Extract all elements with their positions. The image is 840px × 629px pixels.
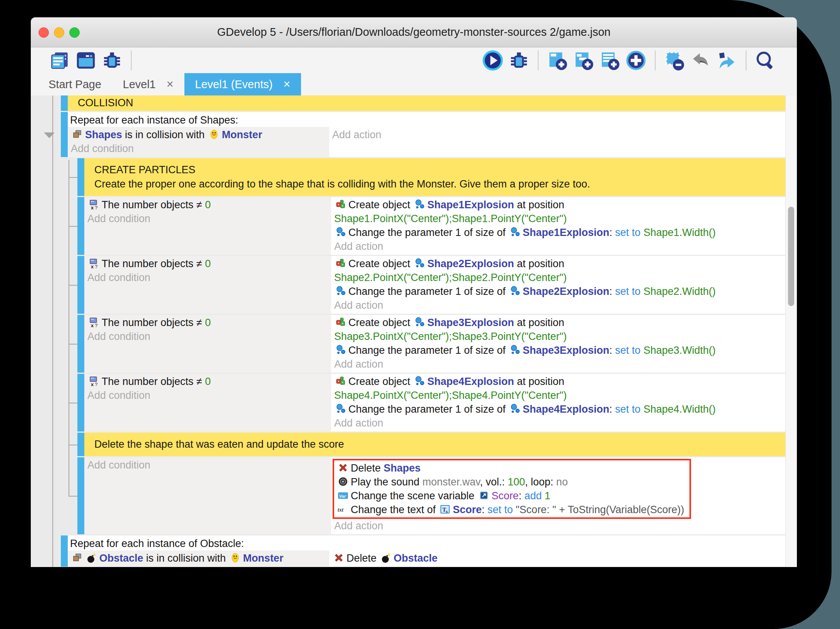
actions-cell[interactable]: Delete ShapesPlay the sound monster.wav,… [331,457,785,534]
comment-text: Create the proper one according to the s… [94,177,781,191]
comment-body[interactable]: COLLISION [68,95,785,111]
undo-icon[interactable] [690,50,711,71]
event-row: x?The number objects ≠ 0Add conditionCre… [77,197,785,255]
variable-field-icon [478,490,490,501]
tab-level1[interactable]: Level1× [112,73,184,95]
action[interactable]: Play the sound monster.wav, vol.: 100, l… [336,475,684,489]
event-cells: x?The number objects ≠ 0Add conditionCre… [84,256,785,314]
condition[interactable]: x?The number objects ≠ 0 [87,257,331,271]
comment-title: CREATE PARTICLES [94,163,781,177]
redo-icon[interactable] [716,50,737,71]
scrollbar-track[interactable] [785,95,797,567]
object-count-icon: x? [88,375,100,387]
add-action-button[interactable]: Add action [332,128,785,142]
delete-selection-icon[interactable] [664,50,685,71]
project-manager-icon[interactable] [49,50,70,71]
text-muted: monster.wav [422,476,480,488]
add-circle-icon[interactable] [626,50,646,71]
action[interactable]: Change the parameter 1 of size of Shape4… [334,402,785,416]
add-condition-button[interactable]: Add condition [71,142,329,156]
action[interactable]: Create object Shape3Explosion at positio… [334,316,785,343]
action[interactable]: Change the parameter 1 of size of Shape2… [334,284,785,298]
conditions-cell[interactable]: Obstacle is in collision with Monster [68,550,329,567]
event-row: Repeat for each instance of Shapes:Shape… [61,112,785,157]
action[interactable]: Create object Shape2Explosion at positio… [334,257,785,284]
condition[interactable]: Shapes is in collision with Monster [71,128,329,142]
condition[interactable]: Obstacle is in collision with Monster [71,551,329,565]
particle-icon [509,344,521,356]
add-condition-button[interactable]: Add condition [87,330,331,343]
text-plain: is in collision with [143,552,229,564]
add-comment-icon[interactable] [599,50,620,71]
close-button[interactable] [38,27,49,38]
action[interactable]: txtChange the text of TxScore: set to "S… [336,503,684,517]
actions-cell[interactable]: Delete Obstacle [329,550,785,567]
text-plain: , loop: [525,476,556,488]
zoom-button[interactable] [69,27,80,38]
search-icon[interactable] [755,50,776,71]
action[interactable]: Create object Shape1Explosion at positio… [334,198,785,226]
add-action-button[interactable]: Add action [334,298,785,312]
condition[interactable]: x?The number objects ≠ 0 [87,316,331,330]
actions-cell[interactable]: Create object Shape3Explosion at positio… [331,315,785,373]
comment-body[interactable]: CREATE PARTICLESCreate the proper one ac… [84,158,785,196]
scene-editor-icon[interactable] [75,50,96,71]
add-condition-button[interactable]: Add condition [87,388,331,402]
event-main: Repeat for each instance of Obstacle:Obs… [68,535,785,567]
add-action-button[interactable]: Add action [334,357,785,371]
conditions-cell[interactable]: Shapes is in collision with MonsterAdd c… [68,127,329,157]
conditions-cell[interactable]: Add condition [84,457,331,534]
window-controls [38,27,80,38]
add-action-button[interactable]: Add action [334,416,785,430]
actions-cell[interactable]: Create object Shape1Explosion at positio… [331,197,785,255]
text-plain: The number objects ≠ [102,317,205,328]
add-action-button[interactable]: Add action [334,519,785,533]
scrollbar-thumb[interactable] [788,207,794,306]
conditions-cell[interactable]: x?The number objects ≠ 0Add condition [84,374,331,432]
action[interactable]: Create object Shape4Explosion at positio… [334,375,785,402]
object-count-icon: x? [88,258,100,269]
action[interactable]: Change the parameter 1 of size of Shape1… [334,226,785,239]
conditions-cell[interactable]: x?The number objects ≠ 0Add condition [84,315,331,373]
comment-row: COLLISION [61,95,785,111]
tab-close-icon[interactable]: × [283,77,290,91]
actions-cell[interactable]: Add action [329,127,785,157]
gdevelop-window: GDevelop 5 - /Users/florian/Downloads/ge… [31,17,797,567]
event-indent-bar [77,197,84,255]
svg-text:?: ? [95,264,98,269]
actions-cell[interactable]: Create object Shape4Explosion at positio… [331,374,785,432]
action[interactable]: Delete Shapes [336,461,684,475]
text-obj: Shape3Explosion [523,345,609,356]
create-object-icon [335,375,346,387]
tab-close-icon[interactable]: × [167,77,174,91]
minimize-button[interactable] [54,27,64,38]
add-condition-button[interactable]: Add condition [87,271,331,284]
debug-icon[interactable] [509,50,529,71]
condition[interactable]: x?The number objects ≠ 0 [87,375,331,388]
text-plain: : [519,490,524,502]
text-expr: 1 [542,490,551,502]
action[interactable]: Delete Obstacle [332,551,785,565]
action[interactable]: Change the parameter 1 of size of Shape3… [334,343,785,357]
conditions-cell[interactable]: x?The number objects ≠ 0Add condition [84,197,331,255]
comment-title: COLLISION [78,96,781,110]
action[interactable]: VarChange the scene variable Score: add … [336,489,684,503]
conditions-cell[interactable]: x?The number objects ≠ 0Add condition [84,256,331,314]
add-action-button[interactable]: Add action [334,239,785,253]
comment-body[interactable]: Delete the shape that was eaten and upda… [84,433,785,456]
tab-bar: Start PageLevel1×Level1 (Events)× [31,73,797,95]
event-repeat-header: Repeat for each instance of Obstacle: [68,535,785,550]
add-subevent-icon[interactable] [573,50,594,71]
tab-start-page[interactable]: Start Page [38,73,112,95]
actions-cell[interactable]: Create object Shape2Explosion at positio… [331,256,785,314]
condition[interactable]: x?The number objects ≠ 0 [87,198,331,212]
svg-text:Var: Var [339,494,346,499]
debug-icon[interactable] [102,50,122,71]
add-event-icon[interactable] [547,50,568,71]
add-condition-button[interactable]: Add condition [87,458,331,472]
tab-level1-events[interactable]: Level1 (Events)× [184,73,301,95]
text-plain: Create object [348,317,413,328]
add-condition-button[interactable]: Add condition [87,212,331,226]
collapse-arrow-icon[interactable] [44,132,55,138]
play-icon[interactable] [482,50,503,71]
